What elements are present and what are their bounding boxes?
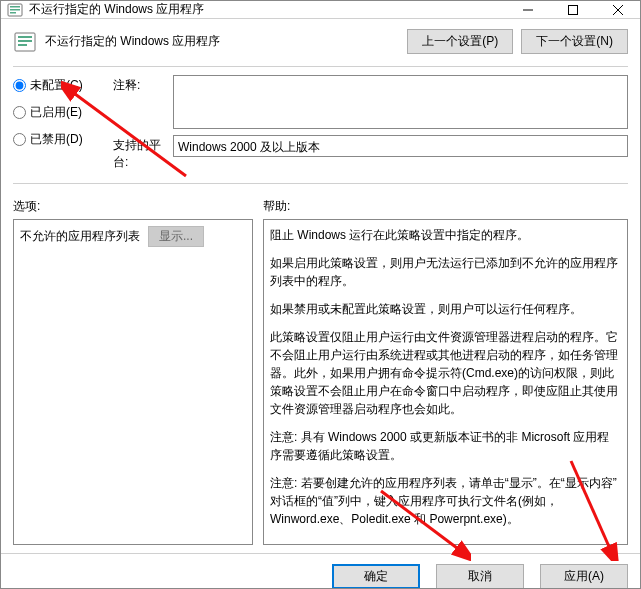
- help-panel[interactable]: 阻止 Windows 运行在此策略设置中指定的程序。 如果启用此策略设置，则用户…: [263, 219, 628, 545]
- prev-setting-button[interactable]: 上一个设置(P): [407, 29, 513, 54]
- disallowed-list-label: 不允许的应用程序列表: [20, 228, 140, 245]
- help-text: 如果禁用或未配置此策略设置，则用户可以运行任何程序。: [270, 300, 621, 318]
- policy-title: 不运行指定的 Windows 应用程序: [45, 33, 399, 50]
- apply-button[interactable]: 应用(A): [540, 564, 628, 589]
- radio-disabled-input[interactable]: [13, 133, 26, 146]
- titlebar: 不运行指定的 Windows 应用程序: [1, 1, 640, 19]
- separator: [13, 66, 628, 67]
- help-text: 此策略设置仅阻止用户运行由文件资源管理器进程启动的程序。它不会阻止用户运行由系统…: [270, 328, 621, 418]
- svg-rect-1: [10, 6, 20, 8]
- cancel-button[interactable]: 取消: [436, 564, 524, 589]
- radio-not-configured[interactable]: 未配置(C): [13, 77, 113, 94]
- separator: [13, 183, 628, 184]
- svg-rect-10: [18, 40, 32, 42]
- show-button[interactable]: 显示...: [148, 226, 204, 247]
- svg-rect-3: [10, 12, 16, 14]
- policy-icon: [7, 2, 23, 18]
- policy-icon-large: [13, 30, 37, 54]
- svg-rect-5: [568, 5, 577, 14]
- help-heading: 帮助:: [263, 198, 628, 215]
- minimize-button[interactable]: [505, 1, 550, 18]
- radio-not-configured-input[interactable]: [13, 79, 26, 92]
- comment-field[interactable]: [173, 75, 628, 129]
- ok-button[interactable]: 确定: [332, 564, 420, 589]
- radio-enabled[interactable]: 已启用(E): [13, 104, 113, 121]
- close-button[interactable]: [595, 1, 640, 18]
- radio-enabled-label: 已启用(E): [30, 104, 82, 121]
- radio-disabled-label: 已禁用(D): [30, 131, 83, 148]
- window-title: 不运行指定的 Windows 应用程序: [29, 1, 505, 18]
- radio-enabled-input[interactable]: [13, 106, 26, 119]
- svg-rect-11: [18, 44, 27, 46]
- supported-label: 支持的平台:: [113, 135, 173, 171]
- help-text: 阻止 Windows 运行在此策略设置中指定的程序。: [270, 226, 621, 244]
- options-panel: 不允许的应用程序列表 显示...: [13, 219, 253, 545]
- maximize-button[interactable]: [550, 1, 595, 18]
- comment-label: 注释:: [113, 75, 173, 94]
- help-text: 如果启用此策略设置，则用户无法运行已添加到不允许的应用程序列表中的程序。: [270, 254, 621, 290]
- radio-disabled[interactable]: 已禁用(D): [13, 131, 113, 148]
- window-controls: [505, 1, 640, 18]
- options-heading: 选项:: [13, 198, 263, 215]
- supported-field: Windows 2000 及以上版本: [173, 135, 628, 157]
- radio-not-configured-label: 未配置(C): [30, 77, 83, 94]
- next-setting-button[interactable]: 下一个设置(N): [521, 29, 628, 54]
- help-text: 注意: 若要创建允许的应用程序列表，请单击“显示”。在“显示内容”对话框的“值”…: [270, 474, 621, 528]
- svg-rect-2: [10, 9, 20, 11]
- svg-rect-9: [18, 36, 32, 38]
- help-text: 注意: 具有 Windows 2000 或更新版本证书的非 Microsoft …: [270, 428, 621, 464]
